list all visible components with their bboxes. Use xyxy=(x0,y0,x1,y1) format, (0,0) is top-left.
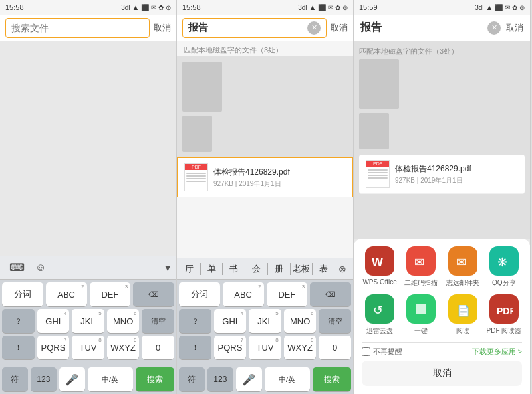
more-apps-link[interactable]: 下载更多应用 > xyxy=(472,347,522,357)
key2-question[interactable]: ？ xyxy=(179,309,211,333)
keys-section-2: 分词 2ABC 3DEF ⌫ ？ 4GHI 5JKL 6MNO 清空 ！ 7PQ… xyxy=(177,280,353,365)
status-icons-1: 3dl ▲ ⬛ ✉ ✿ ⊙ xyxy=(121,3,171,11)
key2-lang[interactable]: 中/英 xyxy=(265,367,310,391)
emoji-icon[interactable]: ☺ xyxy=(30,262,51,274)
key-def[interactable]: 3DEF xyxy=(90,282,131,306)
share-item-qq[interactable]: ❋ QQ分享 xyxy=(486,246,522,288)
no-remind-checkbox[interactable] xyxy=(362,347,370,356)
key-question[interactable]: ？ xyxy=(2,309,35,333)
share-option-row: 不再提醒 下载更多应用 > xyxy=(362,347,522,357)
key-ghi[interactable]: 4GHI xyxy=(37,309,70,333)
suggestion-5[interactable]: 册 xyxy=(269,262,289,276)
grey-thumbs-3 xyxy=(359,59,525,149)
suggestion-2[interactable]: 单 xyxy=(202,262,221,276)
clear-search-button-2[interactable]: ✕ xyxy=(307,21,321,35)
search-bar-1: 取消 xyxy=(0,15,176,41)
svg-text:PDF: PDF xyxy=(497,306,513,316)
suggestion-7[interactable]: 表 xyxy=(314,262,333,276)
suggestion-3[interactable]: 书 xyxy=(224,262,243,276)
suggestion-6[interactable]: 老板 xyxy=(292,262,311,276)
panel-1: 15:58 3dl ▲ ⬛ ✉ ✿ ⊙ 取消 ⌨ ☺ ▼ 分词 2A xyxy=(0,0,177,394)
share-item-yijian[interactable]: 一键 xyxy=(403,294,439,336)
key2-zero[interactable]: 0 xyxy=(319,336,351,359)
cancel-button-1[interactable]: 取消 xyxy=(154,22,171,34)
signal-icon-2: 3dl xyxy=(298,4,307,11)
key-abc[interactable]: 2ABC xyxy=(46,282,87,306)
suggestion-row-2: 厅 单 书 会 册 老板 表 ⊗ xyxy=(177,258,353,280)
pdf-thumb-small-2 xyxy=(182,116,212,152)
key2-123[interactable]: 123 xyxy=(207,367,233,391)
key-tuv[interactable]: 8TUV xyxy=(72,336,104,359)
key2-abc[interactable]: 2ABC xyxy=(223,282,264,306)
share-cancel-button[interactable]: 取消 xyxy=(362,361,522,386)
key-mno[interactable]: 6MNO xyxy=(107,309,140,333)
key2-search[interactable]: 搜索 xyxy=(313,367,351,391)
panel-3: 15:59 3dl ▲ ⬛ ✉ ✿ ⊙ 报告 ✕ 取消 匹配本地磁盘字的文件（3… xyxy=(354,0,531,394)
share-item-mail[interactable]: ✉ 志远邮件夹 xyxy=(445,246,481,288)
key2-mic[interactable]: 🎤 xyxy=(236,367,262,391)
share-label-qq: QQ分享 xyxy=(492,278,516,288)
key2-symbol[interactable]: 符 xyxy=(179,367,205,391)
key2-jkl[interactable]: 5JKL xyxy=(249,309,281,333)
file-item-3[interactable]: PDF 体检报告4126829.pdf 927KB | 2019年1月1日 xyxy=(359,155,525,194)
key2-tuv[interactable]: 8TUV xyxy=(249,336,281,359)
key-123[interactable]: 123 xyxy=(31,367,57,391)
share-item-pdfreader[interactable]: PDF PDF 阅读器 xyxy=(486,294,522,336)
delete-suggestion-icon[interactable]: ⊗ xyxy=(334,264,350,274)
file-name-3: 体检报告4126829.pdf xyxy=(395,163,518,175)
content-area-1 xyxy=(0,41,176,256)
suggestion-4[interactable]: 会 xyxy=(247,262,266,276)
key2-mno[interactable]: 6MNO xyxy=(284,309,317,333)
suggestion-1[interactable]: 厅 xyxy=(180,262,199,276)
svg-text:W: W xyxy=(372,256,383,269)
pdf-thumb-small-3 xyxy=(359,113,389,149)
signal-icon-1: 3dl xyxy=(121,4,130,11)
key-exclaim[interactable]: ！ xyxy=(2,336,35,359)
key2-clear[interactable]: 清空 xyxy=(319,309,351,333)
search-bar-2: 报告 ✕ 取消 xyxy=(177,15,353,41)
key-clear[interactable]: 清空 xyxy=(142,309,174,333)
share-item-xunlei[interactable]: ↺ 迅雷云盘 xyxy=(362,294,398,336)
key-search[interactable]: 搜索 xyxy=(136,367,174,391)
key2-def[interactable]: 3DEF xyxy=(267,282,308,306)
share-label-wps: WPS Office xyxy=(362,278,397,286)
key2-backspace[interactable]: ⌫ xyxy=(310,282,351,306)
search-input-1[interactable] xyxy=(11,23,144,33)
share-item-wps[interactable]: W WPS Office xyxy=(362,246,398,288)
key-backspace[interactable]: ⌫ xyxy=(133,282,174,306)
svg-rect-5 xyxy=(416,304,426,314)
key-fenci[interactable]: 分词 xyxy=(2,282,43,306)
share-sheet-3: W WPS Office ✉ 二维码扫描 ✉ 志远邮件夹 xyxy=(354,239,530,394)
key2-pqrs[interactable]: 7PQRS xyxy=(214,336,247,359)
wifi-icon-2: ▲ xyxy=(309,3,317,11)
key2-fenci[interactable]: 分词 xyxy=(179,282,220,306)
file-item-selected-2[interactable]: PDF 体检报告4126829.pdf 927KB | 2019年1月1日 xyxy=(177,157,353,197)
key2-ghi[interactable]: 4GHI xyxy=(214,309,247,333)
key-mic[interactable]: 🎤 xyxy=(59,367,85,391)
yijian-icon xyxy=(406,294,436,324)
key2-exclaim[interactable]: ！ xyxy=(179,336,211,359)
status-time-3: 15:59 xyxy=(359,3,378,11)
cancel-button-3[interactable]: 取消 xyxy=(506,22,523,34)
key-pqrs[interactable]: 7PQRS xyxy=(37,336,70,359)
search-input-wrap-1[interactable] xyxy=(5,18,150,38)
file-area-3: 匹配本地磁盘字的文件（3处） PDF 体检报告412 xyxy=(354,41,530,239)
share-item-qrcode[interactable]: ✉ 二维码扫描 xyxy=(403,246,439,288)
keyboard-icon[interactable]: ⌨ xyxy=(4,261,30,274)
key-jkl[interactable]: 5JKL xyxy=(72,309,104,333)
file-meta-3: 927KB | 2019年1月1日 xyxy=(395,176,518,185)
share-item-read[interactable]: 📄 阅读 xyxy=(445,294,481,336)
mail-icon: ✉ xyxy=(448,246,477,276)
key-lang[interactable]: 中/英 xyxy=(88,367,133,391)
kb-toolbar-1: ⌨ ☺ ▼ xyxy=(0,256,176,280)
search-input-wrap-2[interactable]: 报告 ✕ xyxy=(182,18,327,38)
key-wxyz[interactable]: 9WXYZ xyxy=(107,336,140,359)
key-zero[interactable]: 0 xyxy=(142,336,174,359)
clear-button-3[interactable]: ✕ xyxy=(487,21,501,35)
chevron-down-icon[interactable]: ▼ xyxy=(163,262,172,273)
file-meta-2: 927KB | 2019年1月1日 xyxy=(213,179,346,189)
status-time-2: 15:58 xyxy=(182,3,201,11)
key-symbol[interactable]: 符 xyxy=(2,367,28,391)
cancel-button-2[interactable]: 取消 xyxy=(331,22,348,34)
key2-wxyz[interactable]: 9WXYZ xyxy=(284,336,317,359)
